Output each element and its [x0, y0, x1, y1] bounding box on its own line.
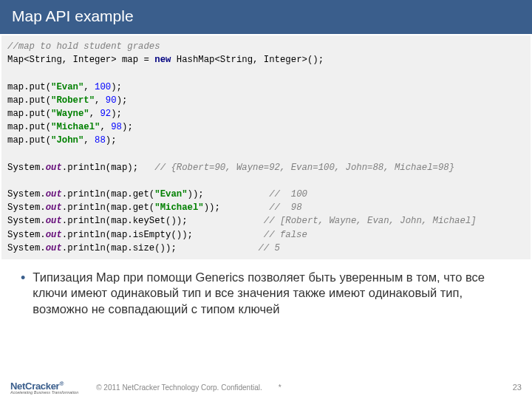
logo-tagline: Accelerating Business Transformation [10, 390, 78, 395]
page-number: 23 [513, 383, 522, 392]
code-text: , [100, 122, 111, 132]
code-text: <String, Integer> [214, 55, 307, 65]
code-string: "Evan" [154, 189, 187, 200]
code-text: .println(map.keySet()); [62, 216, 188, 226]
code-field: out [46, 243, 62, 253]
code-comment: // 5 [258, 243, 280, 253]
code-text: , [83, 82, 95, 92]
code-text: ); [122, 122, 133, 132]
code-number: 98 [111, 122, 122, 132]
code-text: map.put( [7, 122, 51, 132]
code-comment: // [Robert, Wayne, Evan, John, Michael] [264, 216, 477, 226]
code-text: , [95, 95, 106, 106]
netcracker-logo: NetCracker® Accelerating Business Transf… [10, 381, 78, 395]
code-text: map.put( [7, 135, 51, 146]
code-example: //map to hold student grades Map<String,… [1, 35, 531, 259]
bullet-item: • Типизация Map при помощи Generics позв… [21, 270, 514, 317]
code-text: .println(map.get( [62, 189, 154, 200]
slide-footer: NetCracker® Accelerating Business Transf… [0, 381, 532, 395]
code-text: (); [307, 55, 324, 65]
code-text: )); [204, 202, 220, 213]
code-text: map = [117, 55, 155, 65]
code-text: <String, Integer> [24, 55, 116, 65]
code-string: "Michael" [51, 122, 100, 132]
code-text: .println(map); [62, 163, 154, 173]
code-text: Map [7, 55, 24, 65]
code-text: ); [106, 135, 117, 146]
bullet-text: Типизация Map при помощи Generics позвол… [33, 270, 514, 317]
code-comment: //map to hold student grades [7, 41, 160, 52]
bullet-dot-icon: • [21, 270, 25, 287]
code-keyword: new [154, 55, 171, 65]
registered-icon: ® [59, 381, 64, 387]
slide-title: Map API example [0, 0, 532, 34]
code-text: HashMap [171, 55, 214, 65]
code-text: , [83, 135, 95, 146]
code-text: map.put( [7, 95, 51, 106]
code-string: "Robert" [51, 95, 95, 106]
code-field: out [46, 189, 62, 200]
code-text: , [89, 109, 100, 119]
code-text: System. [7, 216, 46, 226]
code-text: map.put( [7, 82, 51, 92]
code-comment: // 100 [269, 189, 307, 200]
code-text: map.put( [7, 109, 51, 119]
code-text: System. [7, 163, 46, 173]
footer-marker: * [279, 383, 282, 392]
code-text: ); [111, 82, 122, 92]
code-text: ); [111, 109, 122, 119]
code-string: "Evan" [51, 82, 83, 92]
code-field: out [46, 216, 62, 226]
code-field: out [46, 163, 62, 173]
code-text: .println(map.isEmpty()); [62, 230, 193, 240]
code-string: "Wayne" [51, 109, 89, 119]
code-number: 92 [100, 109, 111, 119]
code-number: 90 [106, 95, 117, 106]
code-text: System. [7, 230, 46, 240]
code-text: System. [7, 189, 46, 200]
code-number: 100 [95, 82, 111, 92]
code-text: ); [117, 95, 128, 106]
code-comment: // 98 [269, 202, 301, 213]
code-text: System. [7, 243, 46, 253]
code-string: "John" [51, 135, 83, 146]
code-text: System. [7, 202, 46, 213]
code-number: 88 [95, 135, 106, 146]
code-string: "Michael" [154, 202, 203, 213]
code-comment: // false [264, 230, 307, 240]
code-text: .println(map.size()); [62, 243, 177, 253]
code-text: )); [188, 189, 204, 200]
code-text: .println(map.get( [62, 202, 154, 213]
code-field: out [46, 230, 62, 240]
code-comment: // {Robert=90, Wayne=92, Evan=100, John=… [154, 163, 454, 173]
code-field: out [46, 202, 62, 213]
copyright-text: © 2011 NetCracker Technology Corp. Confi… [96, 383, 262, 392]
body-text-area: • Типизация Map при помощи Generics позв… [0, 259, 532, 317]
